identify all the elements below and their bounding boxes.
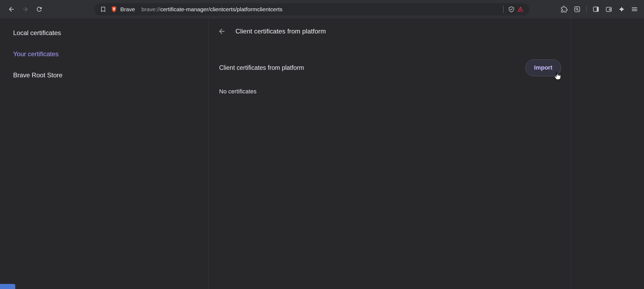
back-icon	[8, 6, 15, 13]
sidebar-toggle-button[interactable]	[590, 3, 602, 15]
wallet-button[interactable]	[603, 3, 615, 15]
wallet-icon	[605, 6, 612, 13]
site-chip-label: Brave	[120, 6, 135, 13]
extensions-puzzle-icon	[561, 6, 568, 13]
subpage-back-button[interactable]	[216, 25, 228, 37]
sidebar-item-brave-root-store[interactable]: Brave Root Store	[0, 67, 208, 83]
reload-icon	[36, 6, 43, 13]
browser-toolbar: Brave brave://certificate-manager/client…	[0, 0, 644, 18]
url-text[interactable]: brave://certificate-manager/clientcerts/…	[141, 6, 282, 13]
toolbar-action-icons	[558, 3, 640, 15]
bookmark-icon[interactable]	[99, 5, 108, 14]
certificate-manager-page: Local certificates Your certificates Bra…	[0, 18, 644, 289]
page-title: Client certificates from platform	[235, 28, 326, 35]
sidebar-item-local-certificates[interactable]: Local certificates	[0, 25, 208, 41]
search-lens-button[interactable]	[571, 3, 583, 15]
leo-ai-button[interactable]	[616, 3, 627, 15]
extensions-button[interactable]	[558, 3, 570, 15]
search-lens-icon	[574, 6, 581, 13]
status-bubble	[0, 284, 15, 289]
brave-shields-icon[interactable]	[507, 5, 516, 14]
sidebar-panel-icon	[592, 6, 600, 13]
platform-certificates-section: Client certificates from platform Import	[209, 59, 571, 77]
reload-button[interactable]	[33, 3, 45, 15]
leo-sparkle-icon	[618, 6, 625, 13]
omnibox-separator	[503, 6, 504, 13]
section-title: Client certificates from platform	[219, 64, 304, 71]
back-arrow-icon	[218, 27, 226, 35]
main-panel: Client certificates from platform Client…	[209, 18, 571, 289]
hamburger-menu-icon	[631, 6, 638, 13]
subpage-header: Client certificates from platform	[209, 18, 571, 44]
toolbar-separator	[586, 6, 587, 13]
brave-logo-icon	[110, 6, 118, 13]
address-bar[interactable]: Brave brave://certificate-manager/client…	[94, 3, 529, 16]
forward-button[interactable]	[19, 3, 31, 15]
back-button[interactable]	[5, 3, 17, 15]
sidebar-item-your-certificates[interactable]: Your certificates	[0, 46, 208, 62]
site-identity-chip[interactable]: Brave	[110, 6, 135, 13]
certificate-sidebar: Local certificates Your certificates Bra…	[0, 18, 209, 289]
empty-state-text: No certificates	[209, 88, 571, 95]
brave-rewards-icon[interactable]	[516, 5, 525, 14]
url-path: certificate-manager/clientcerts/platform…	[160, 6, 282, 12]
import-button[interactable]: Import	[525, 59, 561, 76]
url-scheme: brave://	[141, 6, 160, 12]
menu-button[interactable]	[628, 3, 640, 15]
forward-icon	[22, 6, 29, 13]
